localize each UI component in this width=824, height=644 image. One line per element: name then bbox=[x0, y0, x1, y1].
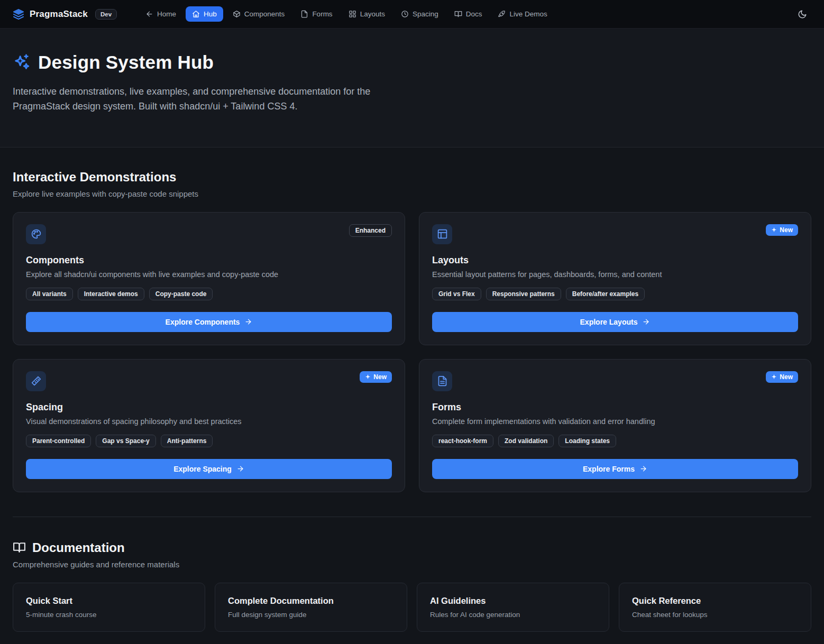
main-content: Interactive Demonstrations Explore live … bbox=[0, 148, 824, 642]
explore-layouts-button[interactable]: Explore Layouts bbox=[432, 312, 798, 332]
tag: react-hook-form bbox=[432, 435, 493, 447]
doc-card-title: Complete Documentation bbox=[228, 596, 394, 606]
sparkle-icon bbox=[771, 227, 777, 233]
tag: Before/after examples bbox=[566, 288, 645, 300]
nav-item-forms[interactable]: Forms bbox=[294, 6, 338, 22]
docs-subheading: Comprehensive guides and reference mater… bbox=[13, 560, 811, 569]
tag: Gap vs Space-y bbox=[96, 435, 155, 447]
doc-card-title: AI Guidelines bbox=[430, 596, 596, 606]
tag: Responsive patterns bbox=[486, 288, 561, 300]
tag: Anti-patterns bbox=[161, 435, 213, 447]
nav-item-spacing[interactable]: Spacing bbox=[395, 6, 445, 22]
card-description: Explore all shadcn/ui components with li… bbox=[26, 270, 392, 279]
new-badge: New bbox=[766, 224, 798, 236]
tag-row: All variants Interactive demos Copy-past… bbox=[26, 288, 392, 300]
tag-row: Parent-controlled Gap vs Space-y Anti-pa… bbox=[26, 435, 392, 447]
card-title: Components bbox=[26, 255, 392, 266]
box-icon bbox=[233, 10, 241, 18]
arrow-right-icon bbox=[642, 318, 650, 326]
tag: All variants bbox=[26, 288, 73, 300]
page-title: Design System Hub bbox=[38, 52, 214, 73]
doc-card-subtitle: Rules for AI code generation bbox=[430, 611, 596, 619]
sparkle-icon bbox=[365, 374, 371, 380]
new-badge: New bbox=[360, 371, 392, 383]
arrow-right-icon bbox=[236, 465, 244, 473]
layout-icon bbox=[432, 224, 452, 244]
moon-icon bbox=[798, 10, 807, 19]
spacing-icon bbox=[401, 10, 409, 18]
card-title: Spacing bbox=[26, 402, 392, 413]
new-badge: New bbox=[766, 371, 798, 383]
explore-spacing-button[interactable]: Explore Spacing bbox=[26, 459, 392, 479]
enhanced-badge: Enhanced bbox=[349, 224, 392, 237]
tag: Parent-controlled bbox=[26, 435, 91, 447]
demo-card-layouts: New Layouts Essential layout patterns fo… bbox=[419, 212, 811, 345]
demo-card-components: Enhanced Components Explore all shadcn/u… bbox=[13, 212, 405, 345]
doc-card-subtitle: Full design system guide bbox=[228, 611, 394, 619]
nav-item-layouts[interactable]: Layouts bbox=[342, 6, 391, 22]
layers-logo-icon bbox=[13, 8, 24, 20]
card-description: Visual demonstrations of spacing philoso… bbox=[26, 417, 392, 426]
sparkle-icon bbox=[771, 374, 777, 380]
demo-card-spacing: New Spacing Visual demonstrations of spa… bbox=[13, 359, 405, 492]
nav-item-components[interactable]: Components bbox=[226, 6, 291, 22]
brand[interactable]: PragmaStack Dev bbox=[13, 8, 117, 20]
hero-section: Design System Hub Interactive demonstrat… bbox=[0, 29, 824, 148]
doc-card-subtitle: 5-minute crash course bbox=[26, 611, 192, 619]
open-book-icon bbox=[13, 541, 26, 554]
demo-card-grid: Enhanced Components Explore all shadcn/u… bbox=[13, 212, 811, 492]
top-navbar: PragmaStack Dev Home Hub Components Form… bbox=[0, 0, 824, 29]
nav-item-docs[interactable]: Docs bbox=[448, 6, 489, 22]
arrow-right-icon bbox=[639, 465, 647, 473]
brand-name: PragmaStack bbox=[30, 9, 88, 20]
section-divider bbox=[13, 517, 811, 517]
tag: Grid vs Flex bbox=[432, 288, 481, 300]
demos-subheading: Explore live examples with copy-paste co… bbox=[13, 189, 811, 198]
doc-card-ai-guidelines[interactable]: AI Guidelines Rules for AI code generati… bbox=[417, 583, 609, 632]
main-nav: Home Hub Components Forms Layouts Spacin… bbox=[139, 6, 793, 22]
doc-card-title: Quick Reference bbox=[632, 596, 798, 606]
rocket-icon bbox=[498, 10, 506, 18]
file-icon bbox=[300, 10, 308, 18]
page-subtitle: Interactive demonstrations, live example… bbox=[13, 85, 415, 114]
nav-item-home[interactable]: Home bbox=[139, 6, 182, 22]
nav-item-hub[interactable]: Hub bbox=[186, 6, 223, 22]
explore-forms-button[interactable]: Explore Forms bbox=[432, 459, 798, 479]
arrow-left-icon bbox=[145, 10, 153, 18]
explore-components-button[interactable]: Explore Components bbox=[26, 312, 392, 332]
card-title: Forms bbox=[432, 402, 798, 413]
file-text-icon bbox=[432, 371, 452, 391]
card-title: Layouts bbox=[432, 255, 798, 266]
doc-card-complete-documentation[interactable]: Complete Documentation Full design syste… bbox=[215, 583, 407, 632]
arrow-right-icon bbox=[244, 318, 252, 326]
tag-row: react-hook-form Zod validation Loading s… bbox=[432, 435, 798, 447]
nav-item-live-demos[interactable]: Live Demos bbox=[491, 6, 553, 22]
tag: Interactive demos bbox=[78, 288, 144, 300]
tag: Loading states bbox=[559, 435, 616, 447]
tag: Zod validation bbox=[498, 435, 554, 447]
ruler-icon bbox=[26, 371, 46, 391]
doc-card-quick-reference[interactable]: Quick Reference Cheat sheet for lookups bbox=[619, 583, 811, 632]
doc-card-subtitle: Cheat sheet for lookups bbox=[632, 611, 798, 619]
demo-card-forms: New Forms Complete form implementations … bbox=[419, 359, 811, 492]
tag: Copy-paste code bbox=[149, 288, 213, 300]
tag-row: Grid vs Flex Responsive patterns Before/… bbox=[432, 288, 798, 300]
demos-heading: Interactive Demonstrations bbox=[13, 170, 811, 185]
house-icon bbox=[192, 10, 200, 18]
doc-card-title: Quick Start bbox=[26, 596, 192, 606]
sparkles-icon bbox=[13, 53, 31, 71]
card-description: Essential layout patterns for pages, das… bbox=[432, 270, 798, 279]
doc-card-grid: Quick Start 5-minute crash course Comple… bbox=[13, 583, 811, 632]
docs-heading: Documentation bbox=[32, 540, 125, 555]
dev-badge: Dev bbox=[95, 9, 117, 20]
card-description: Complete form implementations with valid… bbox=[432, 417, 798, 426]
doc-card-quick-start[interactable]: Quick Start 5-minute crash course bbox=[13, 583, 205, 632]
dark-mode-toggle[interactable] bbox=[793, 5, 811, 23]
book-icon bbox=[454, 10, 462, 18]
palette-icon bbox=[26, 224, 46, 244]
grid-icon bbox=[349, 10, 356, 18]
